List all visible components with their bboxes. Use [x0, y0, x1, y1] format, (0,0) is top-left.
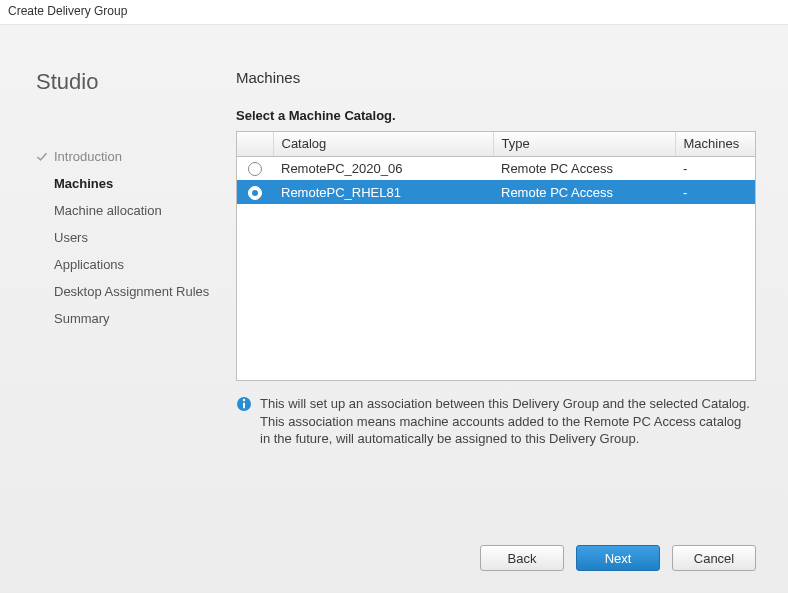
step-label: Desktop Assignment Rules [54, 284, 209, 299]
back-button[interactable]: Back [480, 545, 564, 571]
table-row[interactable]: RemotePC_2020_06 Remote PC Access - [237, 156, 755, 180]
header-catalog[interactable]: Catalog [273, 132, 493, 156]
step-label: Users [54, 230, 88, 245]
content-panel: Machines Select a Machine Catalog. Catal… [232, 25, 788, 593]
catalog-radio[interactable] [237, 156, 273, 180]
wizard-steps: Introduction Machines Machine allocation… [36, 143, 232, 332]
window-title: Create Delivery Group [0, 0, 788, 24]
cancel-button[interactable]: Cancel [672, 545, 756, 571]
page-title: Machines [236, 69, 756, 86]
radio-icon [248, 162, 262, 176]
step-label: Applications [54, 257, 124, 272]
wizard-buttons: Back Next Cancel [480, 545, 756, 571]
catalog-machines-cell: - [675, 156, 755, 180]
header-radio[interactable] [237, 132, 273, 156]
step-machines[interactable]: Machines [36, 170, 232, 197]
check-icon [36, 151, 48, 163]
table-row[interactable]: RemotePC_RHEL81 Remote PC Access - [237, 180, 755, 204]
table-header-row: Catalog Type Machines [237, 132, 755, 156]
catalog-table-container: Catalog Type Machines RemotePC_2020_06 R… [236, 131, 756, 381]
studio-heading: Studio [36, 69, 232, 95]
catalog-name-cell: RemotePC_RHEL81 [273, 180, 493, 204]
catalog-type-cell: Remote PC Access [493, 156, 675, 180]
sidebar: Studio Introduction Machines Machine all… [0, 25, 232, 593]
step-applications[interactable]: Applications [36, 251, 232, 278]
info-icon [236, 396, 252, 412]
catalog-type-cell: Remote PC Access [493, 180, 675, 204]
step-users[interactable]: Users [36, 224, 232, 251]
header-type[interactable]: Type [493, 132, 675, 156]
step-desktop-assignment-rules[interactable]: Desktop Assignment Rules [36, 278, 232, 305]
catalog-machines-cell: - [675, 180, 755, 204]
step-label: Machines [54, 176, 113, 191]
select-catalog-label: Select a Machine Catalog. [236, 108, 756, 123]
step-label: Introduction [54, 149, 122, 164]
info-message: This will set up an association between … [236, 395, 756, 448]
step-label: Summary [54, 311, 110, 326]
catalog-table: Catalog Type Machines RemotePC_2020_06 R… [237, 132, 755, 204]
step-machine-allocation[interactable]: Machine allocation [36, 197, 232, 224]
next-button[interactable]: Next [576, 545, 660, 571]
step-label: Machine allocation [54, 203, 162, 218]
step-summary[interactable]: Summary [36, 305, 232, 332]
catalog-name-cell: RemotePC_2020_06 [273, 156, 493, 180]
info-text: This will set up an association between … [260, 395, 752, 448]
header-machines[interactable]: Machines [675, 132, 755, 156]
svg-rect-1 [243, 403, 245, 409]
wizard-body: Studio Introduction Machines Machine all… [0, 24, 788, 593]
svg-point-2 [243, 399, 245, 401]
radio-icon [248, 186, 262, 200]
step-introduction[interactable]: Introduction [36, 143, 232, 170]
catalog-radio[interactable] [237, 180, 273, 204]
